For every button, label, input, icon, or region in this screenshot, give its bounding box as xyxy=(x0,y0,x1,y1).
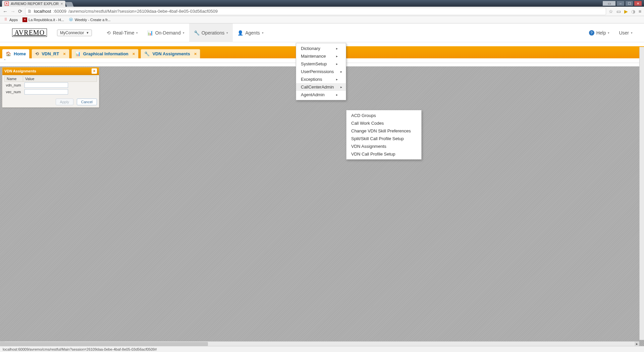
url-path: /avremo/cms/restful/Main?session=26109da… xyxy=(68,9,218,14)
connector-select[interactable]: MyConnector ▼ xyxy=(57,30,92,36)
user-icon: 👤 xyxy=(237,30,243,36)
vec-num-input[interactable] xyxy=(24,89,68,95)
back-button[interactable]: ← xyxy=(3,8,8,14)
param-name: vec_num xyxy=(5,89,23,95)
tab-home[interactable]: 🏠Home xyxy=(2,49,30,58)
bookmark-repubblica[interactable]: RLa Repubblica.it - H... xyxy=(22,17,64,22)
menu-maintenance[interactable]: Maintenance▸ xyxy=(296,52,346,60)
menu-dictionary[interactable]: Dictionary▸ xyxy=(296,45,346,52)
menu-callcenteradmin[interactable]: CallCenterAdmin▸ xyxy=(296,83,346,91)
refresh-icon: ⟲ xyxy=(35,51,39,56)
tab-close-icon[interactable]: × xyxy=(62,51,66,56)
window-maximize-button[interactable]: ☐ xyxy=(625,1,633,6)
wrench-icon: 🔧 xyxy=(194,30,200,36)
brand-logo: AVREMO xyxy=(12,28,47,37)
chevron-down-icon: ▾ xyxy=(608,31,609,35)
param-name: vdn_num xyxy=(5,82,23,89)
chart-icon: 📊 xyxy=(147,30,153,36)
reload-button[interactable]: ⟳ xyxy=(18,8,22,14)
submenu-vdn-assignments[interactable]: VDN Assignments xyxy=(346,142,421,150)
scroll-right-button[interactable]: ► xyxy=(635,342,639,346)
tab-vdn-assignments[interactable]: 🔧VDN Assignments× xyxy=(141,49,200,58)
scroll-thumb[interactable] xyxy=(0,342,208,346)
callcenteradmin-submenu: ACD Groups Call Work Codes Change VDN Sk… xyxy=(346,110,422,160)
devices-icon[interactable]: ▭ xyxy=(616,9,621,14)
tab-graphical[interactable]: 📊Graphical Information× xyxy=(71,49,139,58)
forward-button[interactable]: → xyxy=(10,8,15,14)
menu-exceptions[interactable]: Exceptions▸ xyxy=(296,75,346,83)
window-close-button[interactable]: ✕ xyxy=(634,1,642,6)
apps-button[interactable]: ⠿Apps xyxy=(3,17,18,22)
bookmarks-bar: ⠿Apps RLa Repubblica.it - H... ⓌWeebly -… xyxy=(0,16,644,23)
scroll-left-icon[interactable]: ⌃ xyxy=(3,59,6,62)
browser-toolbar: ← → ⟳ 🗎 localhost:60009/avremo/cms/restf… xyxy=(0,7,644,16)
apply-button[interactable]: Apply xyxy=(56,99,74,105)
bookmark-weebly[interactable]: ⓌWeebly - Create a fr... xyxy=(69,17,111,22)
submenu-change-vdn-skill[interactable]: Change VDN Skill Preferences xyxy=(346,127,421,135)
new-tab-button[interactable] xyxy=(65,2,74,7)
cancel-button[interactable]: Cancel xyxy=(77,99,97,105)
menu-icon[interactable]: ≡ xyxy=(639,9,641,14)
tab-close-icon[interactable]: × xyxy=(61,2,63,6)
bookmark-icon: R xyxy=(22,17,27,22)
browser-tab-title: AVREMO REPORT EXPLOR xyxy=(11,2,59,6)
panel-close-button[interactable]: × xyxy=(92,68,97,74)
chevron-right-icon: ▸ xyxy=(336,54,338,58)
vdn-assignments-panel: VDN Assignments × Name Value vdn_num vec… xyxy=(2,67,99,108)
submenu-split-skill-profile[interactable]: Split/Skill Call Profile Setup xyxy=(346,135,421,142)
panel-title: VDN Assignments xyxy=(4,69,36,73)
chevron-down-icon: ▼ xyxy=(86,31,89,35)
menu-agentadmin[interactable]: AgentAdmin▸ xyxy=(296,91,346,99)
chevron-down-icon: ▾ xyxy=(631,31,633,35)
submenu-call-work-codes[interactable]: Call Work Codes xyxy=(346,119,421,127)
app-root: AVREMO MyConnector ▼ ⟲Real-Time▾ 📊On-Dem… xyxy=(0,23,644,346)
apps-icon: ⠿ xyxy=(3,17,8,22)
operations-dropdown: Dictionary▸ Maintenance▸ SystemSetup▸ Us… xyxy=(296,43,346,100)
menu-agents[interactable]: 👤Agents▾ xyxy=(233,23,268,42)
params-table: Name Value vdn_num vec_num xyxy=(4,76,97,95)
window-minimize-button[interactable]: – xyxy=(616,1,625,6)
tab-vdn-rt[interactable]: ⟲VDN_RT× xyxy=(32,49,69,58)
ext-icon[interactable]: ◑ xyxy=(631,9,635,14)
page-icon: 🗎 xyxy=(28,9,32,14)
menu-ondemand[interactable]: 📊On-Demand▾ xyxy=(143,23,189,42)
chevron-right-icon: ▸ xyxy=(340,85,342,89)
tab-close-icon[interactable]: × xyxy=(131,51,135,56)
submenu-acd-groups[interactable]: ACD Groups xyxy=(346,112,421,119)
address-bar[interactable]: 🗎 localhost:60009/avremo/cms/restful/Mai… xyxy=(25,8,606,15)
col-value: Value xyxy=(23,76,97,82)
url-port: :60009 xyxy=(53,9,66,14)
chevron-right-icon: ▸ xyxy=(340,70,342,73)
browser-tab[interactable]: A AVREMO REPORT EXPLOR × xyxy=(2,1,65,7)
menu-systemsetup[interactable]: SystemSetup▸ xyxy=(296,60,346,68)
menu-user[interactable]: User▾ xyxy=(614,23,637,42)
menu-realtime[interactable]: ⟲Real-Time▾ xyxy=(102,23,143,42)
tab-close-icon[interactable]: × xyxy=(193,51,197,56)
vertical-scrollbar[interactable] xyxy=(639,47,644,340)
window-shade-button[interactable]: ▭ xyxy=(602,1,616,6)
play-icon[interactable]: ▶ xyxy=(624,9,628,14)
horizontal-scrollbar[interactable]: ◄ ► xyxy=(0,341,639,346)
star-icon[interactable]: ☆ xyxy=(609,9,613,14)
chevron-right-icon: ▸ xyxy=(336,62,338,66)
connector-label: MyConnector xyxy=(60,31,84,35)
chart-icon: 📊 xyxy=(75,51,80,56)
chevron-right-icon: ▸ xyxy=(336,77,338,81)
panel-header[interactable]: VDN Assignments × xyxy=(2,67,99,75)
app-header: AVREMO MyConnector ▼ ⟲Real-Time▾ 📊On-Dem… xyxy=(0,23,644,42)
menu-operations[interactable]: 🔧Operations▾ xyxy=(189,23,233,42)
bookmark-icon: Ⓦ xyxy=(69,17,73,22)
col-name: Name xyxy=(5,76,23,82)
menu-userpermissions[interactable]: UserPermissions▸ xyxy=(296,68,346,75)
status-bar: localhost:60009/avremo/cms/restful/Main?… xyxy=(0,346,644,352)
home-icon: 🏠 xyxy=(6,51,11,56)
help-icon: ? xyxy=(589,30,594,36)
status-text: localhost:60009/avremo/cms/restful/Main?… xyxy=(3,347,157,351)
url-host: localhost xyxy=(34,9,51,14)
window-titlebar: A AVREMO REPORT EXPLOR × ▭ – ☐ ✕ xyxy=(0,0,644,7)
vdn-num-input[interactable] xyxy=(24,82,68,88)
submenu-vdn-call-profile[interactable]: VDN Call Profile Setup xyxy=(346,150,421,158)
chevron-right-icon: ▸ xyxy=(336,93,338,97)
chevron-down-icon: ▾ xyxy=(226,31,228,35)
menu-help[interactable]: ?Help▾ xyxy=(584,23,614,42)
